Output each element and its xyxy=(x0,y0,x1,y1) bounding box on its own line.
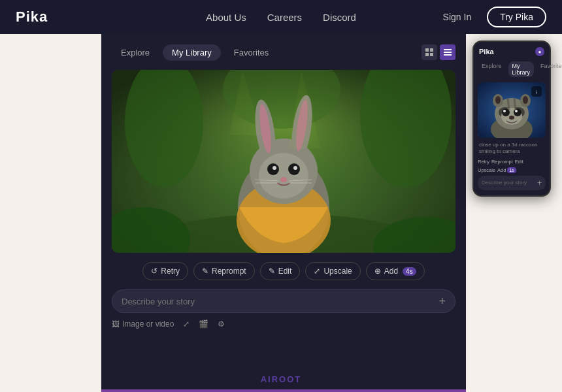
right-panel: Pika ● Explore My Library Favorites xyxy=(466,34,562,392)
svg-point-20 xyxy=(259,153,308,199)
phone-video: ↓ xyxy=(478,82,546,138)
nav-link-careers[interactable]: Careers xyxy=(267,12,302,23)
reprompt-button[interactable]: ✎ Reprompt xyxy=(193,262,255,280)
phone-tab-explore[interactable]: Explore xyxy=(478,61,506,77)
phone-logo: Pika xyxy=(479,48,494,56)
tabs-row: Explore My Library Favorites xyxy=(112,44,455,61)
phone-download-icon[interactable]: ↓ xyxy=(531,86,542,97)
upscale-icon: ⤢ xyxy=(314,267,320,276)
upscale-button[interactable]: ⤢ Upscale xyxy=(305,262,360,280)
phone-tabs: Explore My Library Favorites xyxy=(478,61,546,77)
grid-view-icon[interactable] xyxy=(422,44,437,60)
svg-point-24 xyxy=(293,166,297,170)
left-spacer xyxy=(0,34,101,392)
center-panel: Explore My Library Favorites xyxy=(101,34,466,392)
svg-rect-0 xyxy=(425,48,429,52)
svg-point-38 xyxy=(523,96,528,104)
phone-reprompt-btn[interactable]: Reprompt xyxy=(491,159,513,165)
video-button[interactable]: 🎬 xyxy=(199,319,208,329)
svg-rect-4 xyxy=(444,49,452,50)
phone-upscale-btn[interactable]: Upscale xyxy=(478,167,495,173)
settings-icon: ⚙ xyxy=(218,319,225,329)
phone-header: Pika ● xyxy=(478,47,546,56)
phone-add-btn[interactable]: Add 1s xyxy=(497,167,516,173)
phone-tab-my-library[interactable]: My Library xyxy=(508,61,535,77)
view-icons xyxy=(422,44,455,60)
svg-rect-6 xyxy=(444,54,452,56)
tab-favorites[interactable]: Favorites xyxy=(225,44,278,61)
svg-point-23 xyxy=(273,166,276,170)
prompt-input[interactable] xyxy=(122,297,438,306)
image-icon: 🖼 xyxy=(112,319,120,329)
phone-edit-btn[interactable]: Edit xyxy=(515,159,523,165)
video-icon: 🎬 xyxy=(199,319,208,329)
nav-link-discord[interactable]: Discord xyxy=(323,12,356,23)
airoot-watermark: AIROOT xyxy=(261,374,302,384)
tab-explore[interactable]: Explore xyxy=(112,44,159,61)
video-area xyxy=(112,70,455,253)
phone-dot: ● xyxy=(535,47,544,56)
phone-retry-btn[interactable]: Retry xyxy=(478,159,489,165)
add-icon: ⊕ xyxy=(374,267,381,276)
list-view-icon[interactable] xyxy=(440,44,455,60)
edit-button[interactable]: ✎ Edit xyxy=(260,262,301,280)
try-button[interactable]: Try Pika xyxy=(487,7,546,27)
phone-prompt-plus-icon[interactable]: + xyxy=(537,178,542,188)
phone-mockup: Pika ● Explore My Library Favorites xyxy=(472,41,551,197)
prompt-add-button[interactable]: + xyxy=(438,295,446,307)
prompt-row: + xyxy=(112,289,455,313)
svg-rect-3 xyxy=(430,53,433,56)
navbar-links: About Us Careers Discord xyxy=(206,12,356,23)
svg-rect-2 xyxy=(425,53,429,56)
edit-icon: ✎ xyxy=(269,267,275,276)
main-content: Explore My Library Favorites xyxy=(0,34,562,392)
signin-button[interactable]: Sign In xyxy=(435,8,480,26)
navbar: Pika About Us Careers Discord Sign In Tr… xyxy=(0,0,562,34)
phone-caption: close up on a 3d raccoon smiling to came… xyxy=(478,142,546,155)
retry-icon: ↺ xyxy=(151,267,157,276)
reprompt-icon: ✎ xyxy=(202,267,208,276)
add-button[interactable]: ⊕ Add 4s xyxy=(366,262,425,280)
svg-point-45 xyxy=(515,110,518,112)
svg-point-44 xyxy=(503,110,506,112)
svg-point-25 xyxy=(280,177,287,182)
tab-my-library[interactable]: My Library xyxy=(163,44,221,61)
phone-add-badge: 1s xyxy=(507,167,516,173)
nav-link-about[interactable]: About Us xyxy=(206,12,246,23)
svg-point-37 xyxy=(495,96,501,104)
purple-border xyxy=(101,389,466,392)
logo: Pika xyxy=(16,8,48,25)
phone-action-btns: Retry Reprompt Edit xyxy=(478,159,546,165)
add-badge: 4s xyxy=(403,267,416,276)
phone-prompt-text: Describe your story xyxy=(482,180,527,186)
svg-rect-5 xyxy=(444,52,452,53)
navbar-actions: Sign In Try Pika xyxy=(435,7,546,27)
action-buttons: ↺ Retry ✎ Reprompt ✎ Edit ⤢ Upscale ⊕ Ad… xyxy=(112,262,455,280)
bottom-toolbar: 🖼 Image or video ⤢ 🎬 ⚙ xyxy=(112,319,455,329)
phone-tab-favorites[interactable]: Favorites xyxy=(537,61,562,77)
phone-action-btns-2: Upscale Add 1s xyxy=(478,167,546,173)
expand-icon: ⤢ xyxy=(183,319,190,329)
phone-prompt: Describe your story + xyxy=(478,176,546,190)
image-video-button[interactable]: 🖼 Image or video xyxy=(112,319,174,329)
svg-point-46 xyxy=(509,116,514,120)
svg-rect-1 xyxy=(430,48,433,52)
retry-button[interactable]: ↺ Retry xyxy=(142,262,188,280)
expand-button[interactable]: ⤢ xyxy=(183,319,190,329)
settings-button[interactable]: ⚙ xyxy=(218,319,225,329)
